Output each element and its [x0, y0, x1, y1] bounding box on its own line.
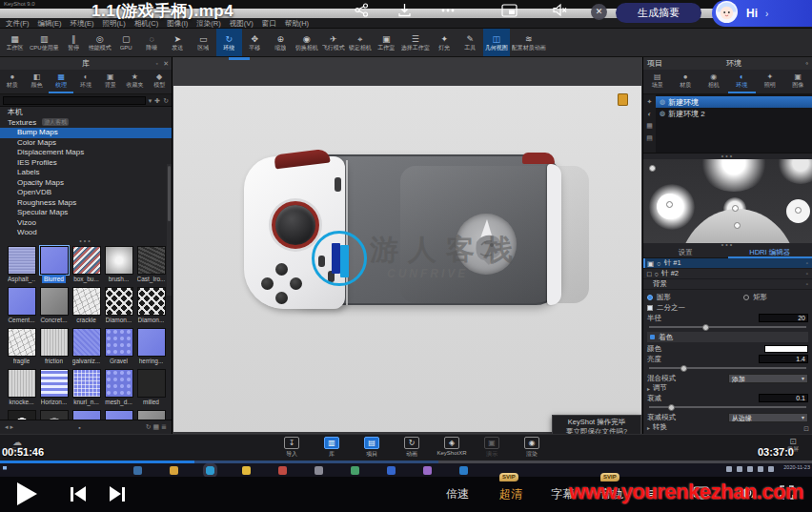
toolbar-button[interactable]: ▭ 区域 — [191, 29, 216, 56]
more-icon[interactable] — [440, 3, 456, 17]
view-small-icon[interactable]: ▪ — [78, 424, 80, 431]
texture-thumbnail[interactable]: Diamon... — [135, 287, 167, 328]
render-viewport[interactable]: 游人客栈 CUNFRIVE KeyShot 操作完毕 要立即保存文件吗? 保存另… — [173, 57, 642, 434]
seekbar[interactable] — [0, 461, 812, 463]
half-checkbox[interactable] — [647, 305, 653, 311]
library-tab[interactable]: ▣ 背景 — [98, 70, 123, 93]
toolbar-button[interactable]: ∥ 暂停 — [61, 29, 87, 56]
blend-dropdown[interactable]: 添加▾ — [728, 374, 808, 383]
hdri-preview-canvas[interactable] — [643, 159, 812, 243]
toolbar-button[interactable]: ▥ CPU使用量 — [28, 29, 61, 56]
hdri-pin-marker[interactable] — [734, 222, 741, 229]
mute-icon[interactable] — [552, 3, 567, 17]
toolbar-button[interactable]: ⌖ 锁定相机 — [347, 29, 374, 56]
tree-folder-row[interactable]: Wood — [0, 228, 172, 238]
hdri-pin-marker[interactable] — [666, 201, 673, 208]
texture-thumbnail[interactable]: crackle — [71, 287, 102, 328]
texture-thumbnail[interactable]: herring... — [135, 328, 167, 369]
tree-folder-row[interactable]: Displacement Maps — [0, 148, 172, 158]
toolbar-button[interactable]: ▢ GPU — [113, 29, 139, 56]
share-icon[interactable] — [355, 3, 369, 17]
toolbar-button[interactable]: ✥ 平移 — [242, 29, 268, 56]
hdri-pin-marker[interactable] — [732, 205, 739, 212]
tree-scrollbar[interactable] — [167, 164, 172, 296]
toolbar-button[interactable]: ✦ 灯光 — [432, 29, 457, 56]
library-tab[interactable]: ● 材质 — [0, 70, 25, 93]
pin-checkbox[interactable]: ▣ — [647, 259, 654, 268]
project-tab[interactable]: ▤ 场景 — [643, 70, 672, 93]
user-account-pill[interactable]: Hi › — [712, 0, 812, 27]
menu-item[interactable]: 文件(F) — [6, 18, 30, 28]
texture-thumbnail[interactable] — [103, 410, 134, 420]
toolbar-button[interactable]: ≋ 配置材质动画 — [510, 29, 548, 56]
filter-icon[interactable]: ▾ — [149, 96, 152, 105]
toolbar-button[interactable]: ▦ 工作区 — [2, 29, 28, 56]
ribbon-button[interactable]: ▤ 项目 — [355, 437, 389, 459]
texture-thumbnail[interactable] — [135, 410, 167, 420]
menu-item[interactable]: 帮助(H) — [285, 18, 309, 28]
undock-icon[interactable]: ◦ — [156, 60, 158, 67]
menu-item[interactable]: 窗口 — [262, 18, 276, 28]
color-swatch[interactable] — [764, 345, 808, 353]
ribbon-button[interactable]: ▥ 库 — [315, 437, 349, 459]
toolbar-button[interactable]: ◎ 性能模式 — [87, 29, 113, 56]
radio-rect[interactable] — [743, 295, 749, 300]
env-list-icon[interactable]: ▤ — [646, 134, 653, 142]
scene-canvas[interactable]: 游人客栈 CUNFRIVE KeyShot 操作完毕 要立即保存文件吗? 保存另… — [173, 86, 641, 432]
tree-folder-row[interactable]: 本机 — [0, 108, 172, 118]
library-tab[interactable]: ◆ 模型 — [147, 70, 172, 93]
tree-folder-row[interactable]: Specular Maps — [0, 208, 172, 218]
shading-section[interactable]: 着色 — [647, 332, 808, 342]
project-tab[interactable]: ◐ 环境 — [728, 70, 757, 93]
menu-item[interactable]: 编辑(E) — [38, 18, 62, 28]
pin-row[interactable]: ▣ ○ 针 #1 ▫ — [643, 258, 812, 269]
texture-thumbnail[interactable]: box_bu... — [71, 246, 102, 287]
project-tab[interactable]: ● 材质 — [672, 70, 700, 93]
pin-lock-icon[interactable]: ▫ — [806, 260, 808, 266]
texture-thumbnail[interactable]: Horizon... — [38, 369, 70, 410]
pin-row[interactable]: 背景 ▫ — [643, 279, 812, 290]
texture-thumbnail[interactable]: milled — [135, 369, 167, 410]
tree-folder-row[interactable]: Bump Maps — [0, 128, 172, 138]
tree-folder-row[interactable]: Vizoo — [0, 218, 172, 229]
adjust-section[interactable]: ▸ 调节 — [647, 383, 808, 393]
hdri-pin-marker[interactable] — [795, 207, 802, 214]
toolbar-button[interactable]: ☰ 选择工作室 — [399, 29, 432, 56]
toolbar-button[interactable]: ✎ 工具 — [457, 29, 483, 56]
texture-thumbnail[interactable]: knocke... — [6, 369, 37, 410]
texture-thumbnail[interactable] — [71, 410, 102, 420]
toolbar-button[interactable]: ◫ 几何视图 — [483, 29, 510, 56]
add-env-icon[interactable]: ✦ — [647, 98, 653, 106]
menu-item[interactable]: 环境(E) — [71, 18, 94, 28]
hdri-pin-marker[interactable] — [649, 165, 656, 172]
texture-thumbnail[interactable]: galvaniz... — [71, 328, 102, 369]
env-grid-icon[interactable]: ▦ — [646, 122, 653, 130]
pin-row[interactable]: □ ○ 针 #2 ▫ — [643, 269, 812, 279]
texture-thumbnail[interactable]: Concret... — [38, 287, 70, 328]
tree-folder-row[interactable]: Color Maps — [0, 138, 172, 149]
close-panel-icon[interactable]: ✕ — [163, 60, 169, 67]
radius-slider[interactable] — [649, 326, 806, 328]
radio-round[interactable] — [647, 295, 653, 300]
toolbar-button[interactable]: ◉ 切换相机 — [294, 29, 320, 56]
fade-dropdown[interactable]: 从边缘▾ — [728, 413, 808, 422]
texture-thumbnail[interactable]: knurl_n... — [71, 369, 102, 410]
falloff-value[interactable]: 0.1 — [759, 394, 808, 402]
pin-panel-icon[interactable]: ◦ — [805, 59, 808, 68]
tree-folder-row[interactable]: Textures游人客栈 — [0, 118, 172, 129]
falloff-slider[interactable] — [649, 406, 806, 408]
ribbon-button[interactable]: ▣ 演示 — [475, 437, 509, 459]
add-icon[interactable]: ✚ — [154, 96, 160, 105]
radius-value[interactable]: 20 — [759, 314, 808, 322]
search-input[interactable] — [3, 96, 146, 105]
toolbar-button[interactable]: ◌ 降噪 — [139, 29, 165, 56]
texture-thumbnail[interactable]: mesh_d... — [103, 369, 134, 410]
ribbon-button[interactable]: ◈ KeyShotXR — [435, 437, 469, 459]
download-icon[interactable] — [397, 3, 412, 17]
close-overlay-button[interactable]: ✕ — [591, 4, 607, 20]
tree-folder-row[interactable]: Roughness Maps — [0, 198, 172, 209]
ribbon-button[interactable]: ◉ 渲染 — [515, 437, 549, 459]
ribbon-button[interactable]: ↻ 动画 — [395, 437, 429, 459]
env-sphere-icon[interactable]: ◐ — [647, 111, 651, 117]
texture-thumbnail[interactable]: Blurred — [38, 246, 70, 287]
